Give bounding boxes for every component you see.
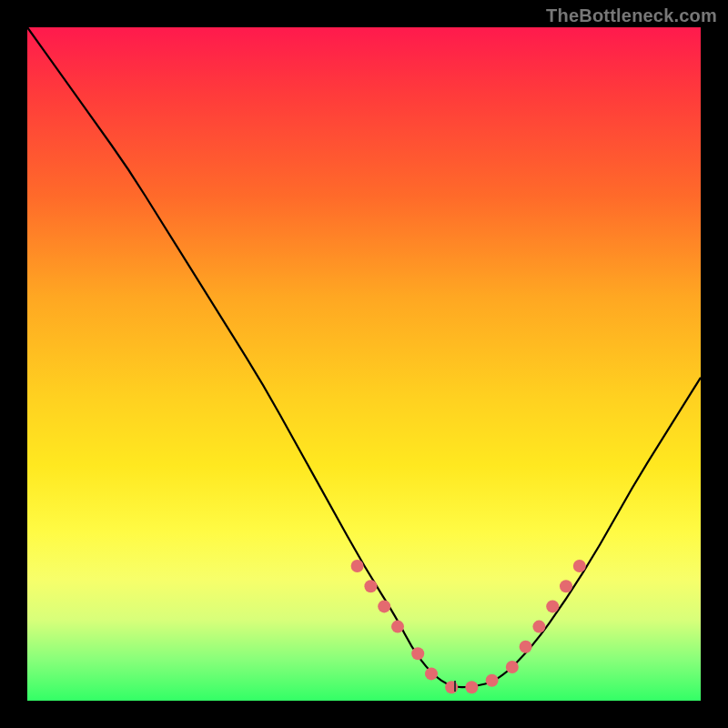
curve-dot	[506, 661, 519, 673]
curve-dot	[351, 560, 364, 572]
curve-dots-group	[351, 560, 586, 693]
curve-dot	[378, 600, 390, 612]
curve-svg	[27, 27, 701, 701]
bottleneck-curve	[27, 27, 701, 687]
chart-frame: TheBottleneck.com	[0, 0, 728, 728]
curve-dot	[486, 674, 499, 687]
curve-dot	[546, 600, 559, 612]
plot-area	[27, 27, 701, 701]
curve-dot	[532, 621, 545, 633]
curve-dot	[391, 621, 404, 633]
curve-dot	[411, 647, 424, 660]
curve-dot	[520, 641, 532, 653]
watermark-label: TheBottleneck.com	[546, 5, 717, 26]
curve-dot	[425, 667, 438, 680]
curve-dot	[560, 580, 572, 592]
curve-dot	[364, 580, 377, 592]
curve-dot	[573, 560, 586, 572]
curve-dot	[465, 681, 478, 693]
curve-dot	[445, 681, 458, 693]
